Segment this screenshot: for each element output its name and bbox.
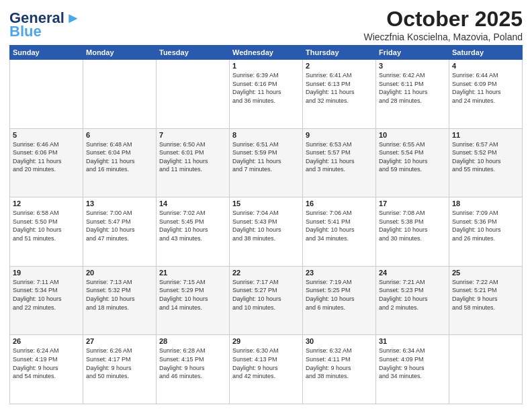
day-number: 30 xyxy=(306,337,373,345)
calendar-cell: 13Sunrise: 7:00 AM Sunset: 5:47 PM Dayli… xyxy=(83,197,157,267)
day-number: 21 xyxy=(159,269,226,277)
week-row-3: 19Sunrise: 7:11 AM Sunset: 5:34 PM Dayli… xyxy=(10,266,523,335)
day-number: 18 xyxy=(452,199,519,208)
day-number: 12 xyxy=(13,199,80,208)
calendar-cell: 26Sunrise: 6:24 AM Sunset: 4:19 PM Dayli… xyxy=(10,335,83,404)
page: General ► Blue October 2025 Wieczfnia Ko… xyxy=(0,0,532,411)
day-number: 3 xyxy=(379,62,446,70)
title-block: October 2025 Wieczfnia Koscielna, Mazovi… xyxy=(363,7,523,42)
logo: General ► Blue xyxy=(9,9,81,40)
day-info: Sunrise: 6:26 AM Sunset: 4:17 PM Dayligh… xyxy=(86,347,153,380)
calendar-cell: 7Sunrise: 6:50 AM Sunset: 6:01 PM Daylig… xyxy=(157,128,230,197)
day-number: 2 xyxy=(306,62,373,70)
calendar-cell: 3Sunrise: 6:42 AM Sunset: 6:11 PM Daylig… xyxy=(376,60,449,129)
day-number: 14 xyxy=(159,199,226,208)
weekday-header-saturday: Saturday xyxy=(449,46,523,60)
calendar-cell: 28Sunrise: 6:28 AM Sunset: 4:15 PM Dayli… xyxy=(157,335,230,404)
calendar-cell: 11Sunrise: 6:57 AM Sunset: 5:52 PM Dayli… xyxy=(449,128,523,197)
calendar-cell: 9Sunrise: 6:53 AM Sunset: 5:57 PM Daylig… xyxy=(303,128,376,197)
calendar-cell: 18Sunrise: 7:09 AM Sunset: 5:36 PM Dayli… xyxy=(449,197,523,267)
calendar-cell: 19Sunrise: 7:11 AM Sunset: 5:34 PM Dayli… xyxy=(10,266,83,335)
day-info: Sunrise: 6:42 AM Sunset: 6:11 PM Dayligh… xyxy=(379,71,446,105)
day-number: 23 xyxy=(306,269,373,277)
day-info: Sunrise: 6:57 AM Sunset: 5:52 PM Dayligh… xyxy=(452,140,519,174)
day-info: Sunrise: 6:39 AM Sunset: 6:16 PM Dayligh… xyxy=(232,71,300,105)
day-info: Sunrise: 7:09 AM Sunset: 5:36 PM Dayligh… xyxy=(452,209,519,242)
day-info: Sunrise: 7:00 AM Sunset: 5:47 PM Dayligh… xyxy=(86,209,153,242)
day-info: Sunrise: 6:55 AM Sunset: 5:54 PM Dayligh… xyxy=(379,140,446,174)
weekday-header-row: SundayMondayTuesdayWednesdayThursdayFrid… xyxy=(10,46,523,60)
day-number: 26 xyxy=(13,337,80,345)
day-info: Sunrise: 6:53 AM Sunset: 5:57 PM Dayligh… xyxy=(306,140,373,174)
day-info: Sunrise: 7:11 AM Sunset: 5:34 PM Dayligh… xyxy=(13,278,80,312)
day-number: 1 xyxy=(232,62,300,70)
calendar-cell: 6Sunrise: 6:48 AM Sunset: 6:04 PM Daylig… xyxy=(83,128,157,197)
calendar-cell: 5Sunrise: 6:46 AM Sunset: 6:06 PM Daylig… xyxy=(10,128,83,197)
calendar-cell: 20Sunrise: 7:13 AM Sunset: 5:32 PM Dayli… xyxy=(83,266,157,335)
calendar-cell: 10Sunrise: 6:55 AM Sunset: 5:54 PM Dayli… xyxy=(376,128,449,197)
day-info: Sunrise: 7:02 AM Sunset: 5:45 PM Dayligh… xyxy=(159,209,226,242)
day-number: 15 xyxy=(232,199,300,208)
day-info: Sunrise: 7:13 AM Sunset: 5:32 PM Dayligh… xyxy=(86,278,153,312)
day-number: 6 xyxy=(86,131,153,139)
calendar-cell: 23Sunrise: 7:19 AM Sunset: 5:25 PM Dayli… xyxy=(303,266,376,335)
calendar-table: SundayMondayTuesdayWednesdayThursdayFrid… xyxy=(9,45,523,404)
calendar-cell: 31Sunrise: 6:34 AM Sunset: 4:09 PM Dayli… xyxy=(376,335,449,404)
calendar-cell: 12Sunrise: 6:58 AM Sunset: 5:50 PM Dayli… xyxy=(10,197,83,267)
day-info: Sunrise: 6:48 AM Sunset: 6:04 PM Dayligh… xyxy=(86,140,153,174)
day-number: 20 xyxy=(86,269,153,277)
day-info: Sunrise: 6:41 AM Sunset: 6:13 PM Dayligh… xyxy=(306,71,373,105)
day-number: 22 xyxy=(232,269,300,277)
day-number: 28 xyxy=(159,337,226,345)
calendar-subtitle: Wieczfnia Koscielna, Mazovia, Poland xyxy=(363,32,523,42)
day-info: Sunrise: 6:30 AM Sunset: 4:13 PM Dayligh… xyxy=(232,347,300,380)
day-number: 24 xyxy=(379,269,446,277)
day-info: Sunrise: 7:04 AM Sunset: 5:43 PM Dayligh… xyxy=(232,209,300,242)
calendar-cell: 16Sunrise: 7:06 AM Sunset: 5:41 PM Dayli… xyxy=(303,197,376,267)
day-number: 11 xyxy=(452,131,519,139)
calendar-cell: 30Sunrise: 6:32 AM Sunset: 4:11 PM Dayli… xyxy=(303,335,376,404)
day-number: 25 xyxy=(452,269,519,277)
day-info: Sunrise: 6:24 AM Sunset: 4:19 PM Dayligh… xyxy=(13,347,80,380)
week-row-2: 12Sunrise: 6:58 AM Sunset: 5:50 PM Dayli… xyxy=(10,197,523,267)
weekday-header-friday: Friday xyxy=(376,46,449,60)
header: General ► Blue October 2025 Wieczfnia Ko… xyxy=(9,7,523,42)
day-number: 16 xyxy=(306,199,373,208)
day-number: 19 xyxy=(13,269,80,277)
calendar-cell: 21Sunrise: 7:15 AM Sunset: 5:29 PM Dayli… xyxy=(157,266,230,335)
weekday-header-wednesday: Wednesday xyxy=(230,46,303,60)
day-info: Sunrise: 7:17 AM Sunset: 5:27 PM Dayligh… xyxy=(232,278,300,312)
day-info: Sunrise: 7:08 AM Sunset: 5:38 PM Dayligh… xyxy=(379,209,446,242)
weekday-header-monday: Monday xyxy=(83,46,157,60)
day-number: 8 xyxy=(232,131,300,139)
calendar-cell: 4Sunrise: 6:44 AM Sunset: 6:09 PM Daylig… xyxy=(449,60,523,129)
day-number: 4 xyxy=(452,62,519,70)
calendar-cell: 1Sunrise: 6:39 AM Sunset: 6:16 PM Daylig… xyxy=(230,60,303,129)
day-number: 7 xyxy=(159,131,226,139)
week-row-1: 5Sunrise: 6:46 AM Sunset: 6:06 PM Daylig… xyxy=(10,128,523,197)
logo-arrow: ► xyxy=(66,9,81,27)
day-number: 10 xyxy=(379,131,446,139)
day-info: Sunrise: 6:44 AM Sunset: 6:09 PM Dayligh… xyxy=(452,71,519,105)
calendar-cell xyxy=(10,60,83,129)
day-number: 31 xyxy=(379,337,446,345)
day-info: Sunrise: 7:22 AM Sunset: 5:21 PM Dayligh… xyxy=(452,278,519,312)
calendar-cell xyxy=(83,60,157,129)
calendar-cell: 22Sunrise: 7:17 AM Sunset: 5:27 PM Dayli… xyxy=(230,266,303,335)
day-number: 17 xyxy=(379,199,446,208)
weekday-header-tuesday: Tuesday xyxy=(157,46,230,60)
day-info: Sunrise: 7:06 AM Sunset: 5:41 PM Dayligh… xyxy=(306,209,373,242)
calendar-cell: 14Sunrise: 7:02 AM Sunset: 5:45 PM Dayli… xyxy=(157,197,230,267)
calendar-cell xyxy=(157,60,230,129)
week-row-4: 26Sunrise: 6:24 AM Sunset: 4:19 PM Dayli… xyxy=(10,335,523,404)
day-info: Sunrise: 7:21 AM Sunset: 5:23 PM Dayligh… xyxy=(379,278,446,312)
day-info: Sunrise: 7:15 AM Sunset: 5:29 PM Dayligh… xyxy=(159,278,226,312)
day-number: 9 xyxy=(306,131,373,139)
calendar-cell: 29Sunrise: 6:30 AM Sunset: 4:13 PM Dayli… xyxy=(230,335,303,404)
day-info: Sunrise: 6:51 AM Sunset: 5:59 PM Dayligh… xyxy=(232,140,300,174)
day-info: Sunrise: 6:32 AM Sunset: 4:11 PM Dayligh… xyxy=(306,347,373,380)
day-number: 29 xyxy=(232,337,300,345)
logo-blue: Blue xyxy=(9,23,42,40)
calendar-cell: 15Sunrise: 7:04 AM Sunset: 5:43 PM Dayli… xyxy=(230,197,303,267)
day-info: Sunrise: 6:28 AM Sunset: 4:15 PM Dayligh… xyxy=(159,347,226,380)
